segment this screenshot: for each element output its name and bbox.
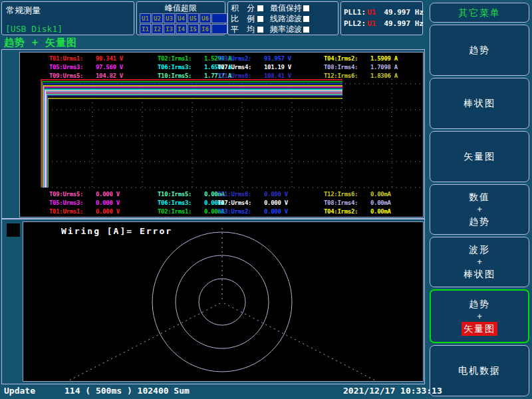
pll2-label: PLL2: — [344, 19, 366, 28]
peak-indicator-i5: I5 — [188, 24, 199, 34]
vector-axis-down-left — [23, 303, 220, 381]
pll1-frequency: 49.997 Hz — [384, 8, 424, 17]
motor-data-label: 电机数据 — [458, 364, 501, 378]
line-filter-checkbox[interactable] — [303, 16, 309, 22]
trend-value: T08:Irms4:1.7098 A — [324, 64, 398, 70]
trend-value: T09:Urms5:104.82 V — [49, 72, 123, 79]
sidebar-button-trend-vector-selected[interactable]: 趋势 + 矢量图 — [430, 289, 529, 343]
plus-icon: + — [477, 311, 481, 322]
pll1-source: U1 — [367, 8, 376, 17]
trend-value: T07:Urms4:0.000 V — [217, 200, 288, 206]
trend-value: T12:Irms6:1.8306 A — [324, 72, 398, 79]
peak-indicator-u3: U3 — [164, 13, 175, 23]
integ-char: 平 — [231, 24, 240, 35]
vector-ring-middle — [176, 255, 269, 348]
status-update-label: Update — [4, 386, 35, 396]
trace-t05 — [44, 87, 342, 188]
peak-indicator-u-spare — [211, 13, 227, 23]
measure-mode-label: 常规测量 — [6, 5, 41, 17]
trend-value: T08:Irms4:0.00mA — [324, 200, 391, 206]
integ-char: 均 — [247, 24, 256, 35]
vector-label: 矢量图 — [464, 150, 495, 164]
peak-i-row: I1 I2 I3 I4 I5 I6 — [140, 24, 227, 34]
integ-char: 例 — [247, 13, 256, 25]
numeric-label: 数值 — [469, 190, 490, 204]
peak-over-limit-box: 峰值超限 U1 U2 U3 U4 U5 U6 I1 I2 I3 I4 I5 I6 — [136, 1, 225, 35]
pll-box: PLL1: U1 49.997 Hz PLL2: U1 49.997 Hz — [340, 1, 423, 35]
measure-mode-box: 常规测量 [USB Disk1] — [1, 1, 134, 35]
peak-indicator-i6: I6 — [200, 24, 211, 34]
peak-indicator-i1: I1 — [140, 24, 151, 34]
sidebar-button-motor-data[interactable]: 电机数据 — [430, 345, 529, 396]
trace-t11 — [47, 96, 342, 188]
peak-indicator-u1: U1 — [140, 13, 151, 23]
sidebar-button-waveform-bar[interactable]: 波形 + 棒状图 — [430, 237, 529, 287]
peak-indicator-i3: I3 — [164, 24, 175, 34]
sidebar-button-other-menu[interactable]: 其它菜单 — [430, 3, 529, 23]
average-row: 平 均 频率滤波 — [231, 24, 335, 35]
sidebar-button-trend[interactable]: 趋势 — [430, 25, 529, 76]
ratio-row: 比 例 线路滤波 — [231, 13, 335, 24]
peak-indicator-u4: U4 — [176, 13, 187, 23]
trace-t03 — [43, 84, 342, 188]
freq-filter-label: 频率滤波 — [270, 24, 302, 35]
ratio-checkbox[interactable] — [257, 16, 263, 22]
plus-icon: + — [477, 204, 481, 215]
integration-checkbox[interactable] — [257, 5, 263, 11]
vector-chart — [23, 222, 423, 381]
trace-t08 — [46, 92, 343, 188]
trend-value: T04:Irms2:1.5909 A — [324, 55, 398, 62]
trend-value: T11:Urms6:0.000 V — [217, 191, 288, 198]
waveform-label: 波形 — [469, 243, 490, 257]
trend-value: T01:Urms1:90.341 V — [49, 55, 123, 62]
trend-value: T05:Urms3:0.000 V — [49, 200, 120, 206]
pll1-label: PLL1: — [344, 8, 366, 17]
other-menu-label: 其它菜单 — [458, 6, 501, 20]
trend-value: T10:Irms5:0.00mA — [158, 191, 225, 198]
bar-graph-label: 棒状图 — [464, 96, 495, 110]
sidebar-button-vector[interactable]: 矢量图 — [430, 131, 529, 182]
pll2-frequency: 49.997 Hz — [384, 19, 424, 28]
trend-pane-outer: T01:Urms1:90.341 V T02:Irms1:1.5299 A T0… — [1, 49, 425, 219]
trend-label: 趋势 — [469, 297, 490, 311]
status-datetime: 2021/12/17 10:33:13 — [343, 386, 442, 396]
trace-t07 — [45, 90, 342, 188]
trace-t04 — [43, 86, 342, 188]
sidebar-button-numeric-trend[interactable]: 数值 + 趋势 — [430, 184, 529, 235]
peak-indicator-i-spare — [211, 24, 227, 34]
freq-filter-checkbox[interactable] — [303, 27, 309, 33]
trace-t06 — [45, 89, 342, 188]
integ-char: 分 — [247, 3, 256, 14]
peak-indicator-u5: U5 — [188, 13, 199, 23]
trace-t02 — [42, 82, 342, 188]
vector-label-highlighted: 矢量图 — [462, 322, 497, 336]
max-hold-checkbox[interactable] — [303, 5, 309, 11]
integration-row: 积 分 最值保持 — [231, 3, 335, 13]
corner-notch — [7, 223, 20, 237]
trend-value: T04:Irms2:0.00mA — [324, 208, 391, 215]
pll1-row: PLL1: U1 49.997 Hz — [344, 7, 420, 18]
sidebar-button-bar-graph[interactable]: 棒状图 — [430, 78, 529, 129]
vector-ring-outer — [152, 232, 292, 372]
trend-value: T05:Urms3:97.569 V — [49, 64, 123, 70]
page-title: 趋势 + 矢量图 — [4, 37, 77, 49]
power-analyzer-screen: { "header": { "mode_label": "常规测量", "usb… — [0, 0, 532, 399]
trend-pane: T01:Urms1:90.341 V T02:Irms1:1.5299 A T0… — [19, 52, 424, 217]
integration-filter-box: 积 分 最值保持 比 例 线路滤波 平 均 频率滤波 — [227, 1, 338, 35]
peak-u-row: U1 U2 U3 U4 U5 U6 — [140, 13, 227, 23]
bar-graph-label: 棒状图 — [464, 267, 495, 281]
trend-value: T03:Urms2:93.957 V — [217, 55, 291, 62]
peak-indicator-u2: U2 — [152, 13, 163, 23]
trend-value: T02:Irms1:0.00mA — [158, 208, 225, 215]
trace-t09 — [46, 93, 342, 188]
vector-pane: Wiring [A]= Error — [23, 221, 424, 382]
trend-value: T06:Irms3:0.00mA — [158, 200, 225, 206]
peak-indicator-i4: I4 — [176, 24, 187, 34]
average-checkbox[interactable] — [257, 27, 263, 33]
usb-disk-label: [USB Disk1] — [5, 24, 63, 34]
vector-ring-inner — [199, 279, 245, 325]
integ-char: 比 — [231, 13, 240, 25]
plus-icon: + — [477, 257, 481, 267]
max-hold-label: 最值保持 — [270, 3, 302, 14]
trace-t12 — [48, 98, 342, 188]
